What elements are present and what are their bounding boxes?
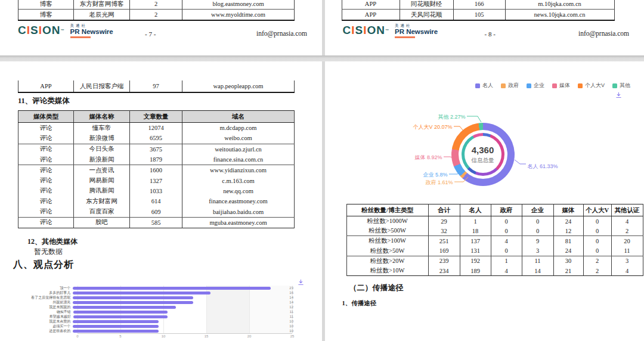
cision-logo: CISION™ 美通社 PR Newswire xyxy=(343,24,438,38)
column-header: 政府 xyxy=(491,204,522,216)
bar-row: 确实不错11 xyxy=(18,309,293,314)
column-header: 名人 xyxy=(460,204,491,216)
column-header: 粉丝数量/博主类型 xyxy=(346,204,428,216)
legend-label: 媒体 xyxy=(559,82,570,89)
column-header: 域名 xyxy=(182,111,295,123)
table-cell: 老辰光网 xyxy=(74,10,130,21)
legend-item[interactable]: 企业 xyxy=(527,82,544,89)
legend-label: 企业 xyxy=(534,82,544,89)
table-row: APP人民日报客户端97wap.peopleapp.com xyxy=(18,80,295,92)
blogger-type-donut-chart[interactable]: 4,360 信息总量 xyxy=(451,123,515,186)
table-cell: 0 xyxy=(491,226,522,236)
bar-row: 多多的好事儿16 xyxy=(18,290,293,295)
donut-label-meiti: 媒体 8.92% xyxy=(414,154,442,162)
table-cell: www.yidianzixun.com xyxy=(182,165,295,176)
legend-label: 政府 xyxy=(508,82,519,89)
table-cell: 1 xyxy=(460,216,491,227)
table-row: 评论东方财富网614finance.eastmoney.com xyxy=(18,196,295,206)
bar-track xyxy=(73,287,287,290)
legend-label: 个人大V xyxy=(585,82,605,89)
table-cell: 30 xyxy=(553,256,583,266)
donut-inner-ring: 4,360 信息总量 xyxy=(462,133,504,176)
bar-row: 顶一个23 xyxy=(18,286,293,290)
bar-track xyxy=(73,296,287,299)
table-cell: 12 xyxy=(553,226,583,236)
table-cell: 6595 xyxy=(130,133,182,144)
table-cell: 234 xyxy=(428,266,460,276)
bar[interactable] xyxy=(73,325,159,328)
bar[interactable] xyxy=(73,306,176,309)
download-icon[interactable] xyxy=(615,92,622,98)
table-cell: 131 xyxy=(460,246,491,256)
table-cell: 0 xyxy=(583,246,611,256)
table-cell: weibo.com xyxy=(182,133,295,144)
logo-cn-label: 美通社 xyxy=(395,24,438,28)
cision-wordmark: CISION™ xyxy=(18,24,65,37)
table-cell: 腾讯新闻 xyxy=(74,186,130,196)
table-cell: 博客 xyxy=(18,10,74,21)
table-cell: 网易新闻 xyxy=(74,175,130,185)
table-cell: 21 xyxy=(553,266,583,276)
legend-item[interactable]: 其他 xyxy=(612,82,630,89)
table-cell: 粉丝数>100W xyxy=(346,236,428,246)
legend-item[interactable]: 政府 xyxy=(501,82,519,89)
table-cell: 24 xyxy=(553,246,583,256)
bar[interactable] xyxy=(73,330,159,333)
bar[interactable] xyxy=(73,287,270,290)
table-cell: 9 xyxy=(522,236,553,246)
table-cell: 12074 xyxy=(130,123,182,134)
table-cell: APP xyxy=(18,80,74,92)
table-row: 博客东方财富网博客2blog.eastmoney.com xyxy=(18,0,295,10)
table-cell: news.10jqka.com.cn xyxy=(505,10,614,21)
table-cell: m.dcdapp.com xyxy=(182,123,295,134)
page-footer: CISION™ 美通社 PR Newswire - 7 - info@prnas… xyxy=(18,23,307,48)
table-cell: 32 xyxy=(428,226,460,236)
table-cell: 粉丝数>1000W xyxy=(346,216,428,227)
legend-item[interactable]: 个人大V xyxy=(578,82,605,89)
table-row: 粉丝数>100W2511374981020 xyxy=(346,236,643,246)
table-cell: mguba.eastmoney.com xyxy=(182,217,295,228)
bar-value-label: 23 xyxy=(289,286,293,290)
table-cell: 609 xyxy=(130,206,182,217)
bar-value-label: 14 xyxy=(289,295,293,300)
bar-track xyxy=(73,315,288,318)
logo-accent-bar xyxy=(70,36,91,38)
bar[interactable] xyxy=(73,311,168,314)
cision-wordmark: CISION™ xyxy=(343,24,390,37)
legend-item[interactable]: 媒体 xyxy=(552,82,570,89)
bar-value-label: 10 xyxy=(289,328,293,333)
table-cell: 0 xyxy=(522,226,553,236)
bar-category-label: 希望越来越好 xyxy=(18,314,73,319)
page-footer: CISION™ 美通社 PR Newswire - 8 - info@prnas… xyxy=(343,23,630,48)
contact-email[interactable]: info@prnasia.com xyxy=(578,30,629,37)
column-header: 合计 xyxy=(428,204,460,216)
bar[interactable] xyxy=(73,292,210,294)
table-cell: 20 xyxy=(611,236,643,246)
table-cell: 评论 xyxy=(18,144,74,154)
table-cell: 97 xyxy=(130,80,182,92)
bar-value-label: 16 xyxy=(289,290,293,295)
x-tick-label: 20 xyxy=(247,334,252,338)
bar[interactable] xyxy=(73,320,159,323)
x-tick-label: 10 xyxy=(162,334,166,338)
no-data-note: 暂无数据 xyxy=(34,247,63,257)
bar[interactable] xyxy=(73,301,193,304)
legend-label: 名人 xyxy=(482,82,493,89)
table-cell: 天风同花顺 xyxy=(400,10,453,21)
table-cell: baijiahao.baidu.com xyxy=(182,206,295,217)
bar[interactable] xyxy=(73,315,168,318)
legend-swatch xyxy=(527,83,531,88)
logo-cn-label: 美通社 xyxy=(70,24,113,28)
bar-track xyxy=(73,320,287,323)
table-cell: www.myoldtime.com xyxy=(182,10,295,21)
bar-track xyxy=(73,306,287,309)
download-icon[interactable] xyxy=(298,279,304,286)
contact-email[interactable]: info@prnasia.com xyxy=(256,30,307,37)
table-cell: 4 xyxy=(491,236,522,246)
pr-newswire-logo: 美通社 PR Newswire xyxy=(70,24,113,38)
bar[interactable] xyxy=(73,296,193,299)
legend-item[interactable]: 名人 xyxy=(475,82,493,89)
table-cell: c.m.163.com xyxy=(182,175,295,185)
table-row: 粉丝数>10W2341894142124 xyxy=(346,266,643,276)
cision-logo: CISION™ 美通社 PR Newswire xyxy=(18,24,113,38)
